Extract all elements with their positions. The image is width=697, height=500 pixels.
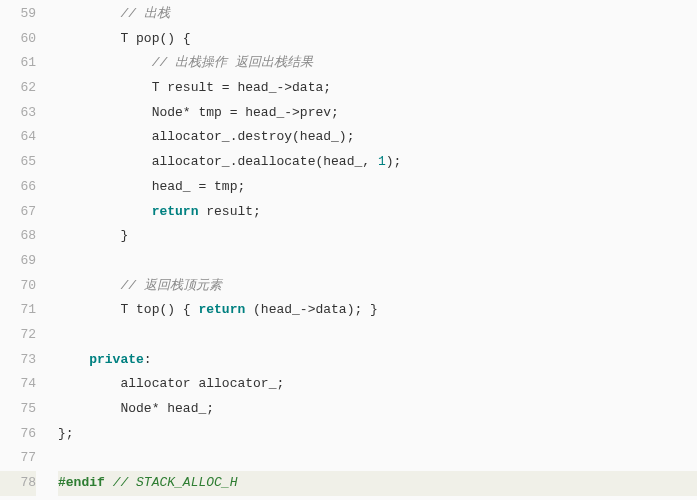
code-line: allocator allocator_; <box>58 372 697 397</box>
code-token: #endif <box>58 475 105 490</box>
line-number-gutter: 5960616263646566676869707172737475767778 <box>0 0 48 500</box>
line-number: 68 <box>0 224 36 249</box>
code-token: head_ = tmp; <box>152 179 246 194</box>
code-token: Node* head_; <box>120 401 214 416</box>
line-number: 77 <box>0 446 36 471</box>
line-number: 75 <box>0 397 36 422</box>
code-token: ); <box>386 154 402 169</box>
code-token: T top() { <box>120 302 198 317</box>
code-token: allocator allocator_; <box>120 376 284 391</box>
code-line <box>58 323 697 348</box>
code-token: return <box>152 204 199 219</box>
code-line: T result = head_->data; <box>58 76 697 101</box>
code-line: head_ = tmp; <box>58 175 697 200</box>
code-area: // 出栈 T pop() { // 出栈操作 返回出栈结果 T result … <box>48 0 697 500</box>
code-line: return result; <box>58 200 697 225</box>
code-token: // STACK_ALLOC_H <box>113 475 238 490</box>
code-token: } <box>120 228 128 243</box>
line-number: 65 <box>0 150 36 175</box>
code-token: T result = head_->data; <box>152 80 331 95</box>
line-number: 72 <box>0 323 36 348</box>
code-token <box>105 475 113 490</box>
line-number: 63 <box>0 101 36 126</box>
code-token: }; <box>58 426 74 441</box>
line-number: 70 <box>0 274 36 299</box>
code-line: private: <box>58 348 697 373</box>
code-token: 1 <box>378 154 386 169</box>
code-line: } <box>58 224 697 249</box>
code-token: // 出栈操作 返回出栈结果 <box>152 55 313 70</box>
line-number: 78 <box>0 471 36 496</box>
code-token: return <box>198 302 245 317</box>
line-number: 61 <box>0 51 36 76</box>
code-token: allocator_.deallocate(head_, <box>152 154 378 169</box>
code-token: // 出栈 <box>120 6 169 21</box>
code-token: T pop() { <box>120 31 190 46</box>
code-editor: 5960616263646566676869707172737475767778… <box>0 0 697 500</box>
code-line: // 出栈操作 返回出栈结果 <box>58 51 697 76</box>
code-line: allocator_.deallocate(head_, 1); <box>58 150 697 175</box>
line-number: 76 <box>0 422 36 447</box>
code-line: Node* head_; <box>58 397 697 422</box>
code-line: T top() { return (head_->data); } <box>58 298 697 323</box>
code-token: // 返回栈顶元素 <box>120 278 221 293</box>
line-number: 60 <box>0 27 36 52</box>
code-token: (head_->data); } <box>245 302 378 317</box>
code-token: allocator_.destroy(head_); <box>152 129 355 144</box>
line-number: 66 <box>0 175 36 200</box>
code-token: result; <box>198 204 260 219</box>
line-number: 73 <box>0 348 36 373</box>
line-number: 74 <box>0 372 36 397</box>
code-token: Node* tmp = head_->prev; <box>152 105 339 120</box>
line-number: 67 <box>0 200 36 225</box>
line-number: 64 <box>0 125 36 150</box>
code-line <box>58 249 697 274</box>
code-line: allocator_.destroy(head_); <box>58 125 697 150</box>
code-token: private <box>89 352 144 367</box>
code-line <box>58 446 697 471</box>
line-number: 71 <box>0 298 36 323</box>
line-number: 69 <box>0 249 36 274</box>
code-line: // 出栈 <box>58 2 697 27</box>
line-number: 62 <box>0 76 36 101</box>
code-line: Node* tmp = head_->prev; <box>58 101 697 126</box>
code-token: : <box>144 352 152 367</box>
code-line: }; <box>58 422 697 447</box>
code-line: // 返回栈顶元素 <box>58 274 697 299</box>
line-number: 59 <box>0 2 36 27</box>
code-line: T pop() { <box>58 27 697 52</box>
code-line: #endif // STACK_ALLOC_H <box>58 471 697 496</box>
